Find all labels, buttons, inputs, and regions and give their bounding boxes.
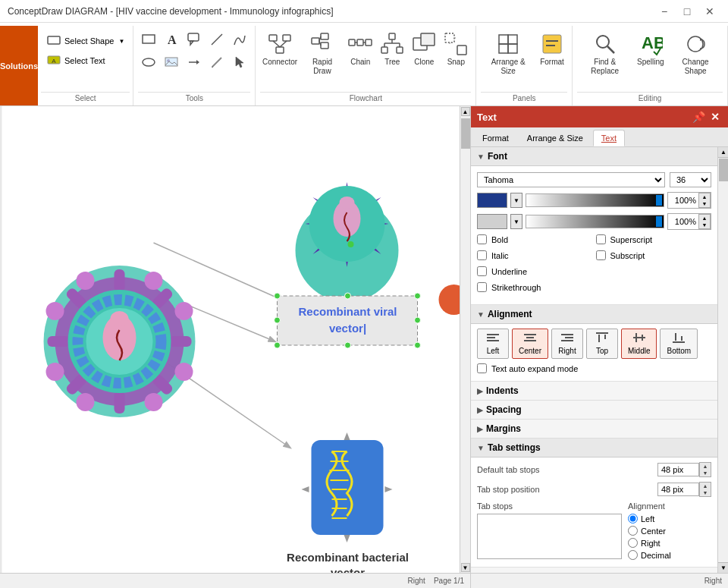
panel-bottom-bar: Right (471, 573, 728, 588)
arrow-tool[interactable] (184, 52, 205, 73)
default-tab-input[interactable] (657, 463, 699, 476)
panel-scroll-up[interactable]: ▲ (718, 147, 728, 158)
indents-section-header[interactable]: ▶ Indents (471, 382, 717, 401)
alignment-section-header[interactable]: ▼ Alignment (471, 305, 717, 324)
clone-button[interactable]: Clone (409, 29, 439, 70)
tab-align-center-radio[interactable] (628, 526, 638, 536)
panel-scrollbar[interactable]: ▲ ▼ (717, 147, 728, 573)
change-shape-button[interactable]: Change Shape (668, 29, 723, 79)
image-tool[interactable] (161, 52, 182, 73)
tab-stop-spin-up[interactable]: ▲ (700, 483, 711, 489)
canvas[interactable]: Recombinant viral vector| (0, 106, 470, 588)
panel-pin-button[interactable]: 📌 (692, 110, 705, 124)
tab-align-right-radio[interactable] (628, 538, 638, 548)
text-tool[interactable]: A (161, 29, 182, 50)
tab-stop-input[interactable] (657, 483, 699, 496)
minimize-button[interactable]: − (654, 4, 675, 19)
font-color-dropdown[interactable]: ▼ (510, 193, 522, 208)
bg-color-dropdown[interactable]: ▼ (510, 214, 522, 229)
close-button[interactable]: ✕ (699, 4, 720, 19)
default-tab-spin[interactable]: ▲ ▼ (699, 462, 711, 477)
svg-rect-48 (508, 44, 517, 53)
opacity-slider-2[interactable] (526, 215, 664, 228)
panel-content-area: ▲ ▼ ▼ Font Tahoma (471, 147, 728, 573)
panel-scroll-thumb[interactable] (719, 159, 728, 181)
tab-format[interactable]: Format (474, 130, 517, 146)
pencil-tool[interactable] (206, 52, 228, 73)
spin-down-2[interactable]: ▼ (699, 222, 710, 228)
spin-up-1[interactable]: ▲ (699, 193, 710, 200)
tab-align-decimal-radio[interactable] (628, 550, 638, 560)
arrange-size-button[interactable]: Arrange & Size (481, 29, 535, 79)
restore-button[interactable]: □ (676, 4, 698, 19)
panel-scroll-content: ▼ Font Tahoma 36 (471, 147, 728, 573)
panel-scroll-down[interactable]: ▼ (718, 562, 728, 573)
opacity-spin-2[interactable]: ▲ ▼ (698, 214, 711, 229)
opacity-input-1[interactable] (668, 195, 698, 206)
svg-point-92 (275, 293, 281, 299)
scroll-up-button[interactable]: ▲ (461, 107, 470, 116)
font-section-header[interactable]: ▼ Font (471, 147, 717, 166)
bold-checkbox[interactable] (477, 234, 487, 244)
align-right-button[interactable]: Right (551, 329, 583, 359)
scroll-down-button[interactable]: ▼ (461, 563, 470, 572)
tab-arrange-size[interactable]: Arrange & Size (519, 130, 592, 146)
font-name-select[interactable]: Tahoma (477, 172, 665, 187)
tree-button[interactable]: Tree (377, 29, 407, 70)
text-auto-expand-checkbox[interactable] (477, 363, 487, 373)
font-color-box[interactable] (477, 193, 507, 208)
spacing-section-header[interactable]: ▶ Spacing (471, 401, 717, 420)
panel-close-button[interactable]: ✕ (708, 110, 722, 124)
connector-button[interactable]: Connector (260, 29, 299, 70)
align-top-button[interactable]: Top (586, 329, 618, 359)
canvas-scrollbar[interactable]: ▲ ▼ (460, 106, 470, 573)
callout-tool[interactable] (184, 29, 205, 50)
flowchart-group-label: Flowchart (260, 92, 471, 104)
strikethrough-checkbox[interactable] (477, 282, 487, 292)
tab-stop-spin-down[interactable]: ▼ (700, 489, 711, 496)
tab-stop-spin[interactable]: ▲ ▼ (699, 482, 711, 497)
bg-color-box[interactable] (477, 214, 507, 229)
svg-rect-5 (188, 33, 199, 41)
tab-text[interactable]: Text (593, 130, 625, 146)
align-middle-button[interactable]: Middle (621, 329, 657, 359)
curve-tool[interactable] (229, 29, 250, 50)
spin-down-1[interactable]: ▼ (699, 200, 710, 207)
chain-button[interactable]: Chain (345, 29, 375, 70)
align-left-button[interactable]: Left (477, 329, 509, 359)
select-text-button[interactable]: A Select Text (41, 52, 130, 70)
snap-button[interactable]: Snap (441, 29, 471, 70)
default-tab-spin-up[interactable]: ▲ (700, 463, 711, 470)
spelling-button[interactable]: ABC Spelling (634, 29, 667, 70)
rectangle-tool[interactable] (138, 29, 159, 50)
scroll-thumb[interactable] (461, 118, 470, 149)
svg-point-99 (415, 342, 421, 348)
opacity-slider-1[interactable] (526, 193, 664, 207)
font-size-select[interactable]: 36 (670, 172, 711, 187)
rapid-draw-button[interactable]: Rapid Draw (301, 29, 344, 79)
subscript-checkbox[interactable] (596, 250, 606, 260)
solutions-button[interactable]: Solutions (0, 26, 38, 105)
opacity-spin-1[interactable]: ▲ ▼ (698, 193, 711, 208)
svg-rect-45 (499, 35, 508, 44)
underline-checkbox[interactable] (477, 266, 487, 276)
svg-rect-27 (349, 39, 355, 46)
default-tab-spin-down[interactable]: ▼ (700, 470, 711, 476)
align-bottom-button[interactable]: Bottom (660, 329, 698, 359)
margins-section-header[interactable]: ▶ Margins (471, 420, 717, 439)
superscript-checkbox[interactable] (596, 234, 606, 244)
find-replace-button[interactable]: Find & Replace (577, 29, 632, 79)
pointer-tool[interactable] (229, 52, 250, 73)
tab-align-left-radio[interactable] (628, 514, 638, 524)
select-shape-button[interactable]: Select Shape ▼ (41, 32, 130, 50)
tab-stops-list[interactable] (477, 514, 622, 559)
spin-up-2[interactable]: ▲ (699, 215, 710, 222)
tab-settings-section-header[interactable]: ▼ Tab settings (471, 439, 717, 458)
italic-checkbox[interactable] (477, 250, 487, 260)
margins-chevron: ▶ (477, 425, 483, 433)
opacity-input-2[interactable] (668, 216, 698, 227)
format-button[interactable]: Format (537, 29, 567, 70)
oval-tool[interactable] (138, 52, 159, 73)
align-center-button[interactable]: Center (512, 329, 548, 359)
line-tool[interactable] (206, 29, 228, 50)
